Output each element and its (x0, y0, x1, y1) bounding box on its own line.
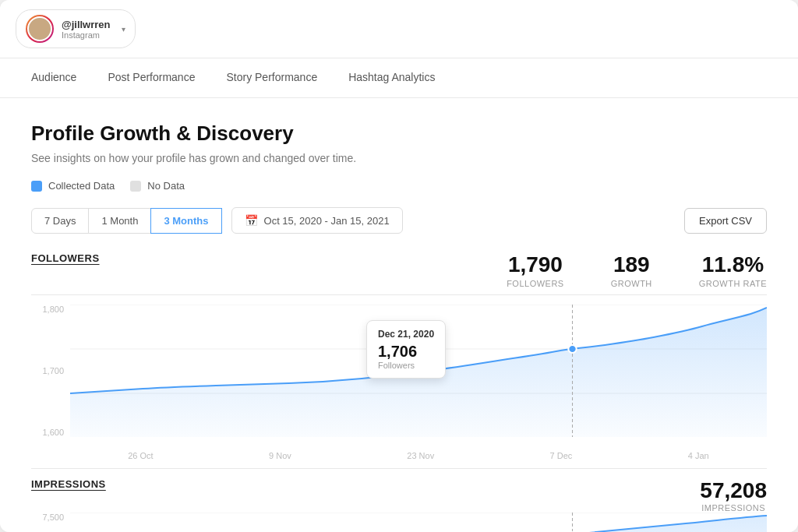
filter-1month[interactable]: 1 Month (88, 208, 151, 234)
legend-no-data-label: No Data (147, 180, 185, 192)
legend-no-data: No Data (130, 180, 185, 192)
account-info: @jillwrren Instagram (62, 19, 111, 40)
navigation: Audience Post Performance Story Performa… (0, 58, 798, 98)
legend-collected: Collected Data (31, 180, 115, 192)
y-label-1700: 1,700 (31, 366, 70, 375)
impressions-chart: 7,500 5,000 (31, 513, 767, 532)
followers-title: FOLLOWERS (31, 252, 156, 264)
followers-y-axis: 1,800 1,700 1,600 (31, 305, 70, 437)
impressions-section: IMPRESSIONS 57,208 IMPRESSIONS 7,500 5,0… (31, 468, 767, 532)
x-label-9nov: 9 Nov (269, 451, 291, 460)
nav-item-post-performance[interactable]: Post Performance (92, 58, 210, 97)
main-content: Profile Growth & Discovery See insights … (0, 98, 798, 532)
app-container: @jillwrren Instagram ▾ Audience Post Per… (0, 0, 798, 532)
chart-legend: Collected Data No Data (31, 180, 767, 192)
followers-chart: 1,800 1,700 1,600 (31, 305, 767, 460)
metric-growth-rate: 11.8% GROWTH RATE (699, 252, 767, 288)
x-label-26oct: 26 Oct (128, 451, 153, 460)
account-name: @jillwrren (62, 19, 111, 30)
growth-value: 189 (611, 252, 652, 277)
impressions-label: IMPRESSIONS (700, 503, 767, 513)
account-platform: Instagram (62, 30, 111, 40)
nav-item-story-performance[interactable]: Story Performance (210, 58, 333, 97)
followers-x-axis: 26 Oct 9 Nov 23 Nov 7 Dec 4 Jan (70, 451, 767, 460)
filter-7days[interactable]: 7 Days (31, 208, 89, 234)
impressions-y-7500: 7,500 (31, 513, 70, 522)
followers-section-header: FOLLOWERS 1,790 FOLLOWERS 189 GROWTH 11.… (31, 252, 767, 295)
followers-chart-svg: Dec 21, 2020 1,706 Followers (70, 305, 767, 437)
y-label-1800: 1,800 (31, 305, 70, 314)
impressions-title: IMPRESSIONS (31, 478, 156, 490)
nav-item-hashtag-analytics[interactable]: Hashtag Analytics (333, 58, 450, 97)
page-subtitle: See insights on how your profile has gro… (31, 152, 767, 164)
nav-item-audience[interactable]: Audience (16, 58, 92, 97)
date-range-label: Oct 15, 2020 - Jan 15, 2021 (264, 215, 390, 227)
impressions-value: 57,208 (700, 478, 767, 503)
collected-dot (31, 181, 42, 192)
x-label-23nov: 23 Nov (407, 451, 434, 460)
avatar (26, 15, 54, 43)
y-label-1600: 1,600 (31, 428, 70, 437)
account-selector[interactable]: @jillwrren Instagram ▾ (16, 9, 136, 48)
followers-metrics: 1,790 FOLLOWERS 189 GROWTH 11.8% GROWTH … (507, 252, 767, 288)
growth-label: GROWTH (611, 279, 652, 288)
x-label-4jan: 4 Jan (688, 451, 709, 460)
date-range-picker[interactable]: 📅 Oct 15, 2020 - Jan 15, 2021 (231, 207, 403, 234)
page-title: Profile Growth & Discovery (31, 122, 767, 146)
dropdown-arrow-icon: ▾ (122, 25, 125, 33)
filter-3months[interactable]: 3 Months (150, 208, 221, 234)
header: @jillwrren Instagram ▾ (0, 0, 798, 58)
metric-growth: 189 GROWTH (611, 252, 652, 288)
growth-rate-value: 11.8% (699, 252, 767, 277)
followers-label: FOLLOWERS (507, 279, 564, 288)
metric-followers: 1,790 FOLLOWERS (507, 252, 564, 288)
calendar-icon: 📅 (245, 214, 258, 227)
x-label-7dec: 7 Dec (550, 451, 573, 460)
legend-collected-label: Collected Data (48, 180, 115, 192)
impressions-metric: 57,208 IMPRESSIONS (700, 478, 767, 513)
growth-rate-label: GROWTH RATE (699, 279, 767, 288)
followers-value: 1,790 (507, 252, 564, 277)
no-data-dot (130, 181, 141, 192)
time-filter: 7 Days 1 Month 3 Months 📅 Oct 15, 2020 -… (31, 207, 767, 234)
svg-point-4 (568, 345, 576, 353)
export-csv-button[interactable]: Export CSV (684, 208, 767, 234)
impressions-header: IMPRESSIONS 57,208 IMPRESSIONS (31, 468, 767, 513)
